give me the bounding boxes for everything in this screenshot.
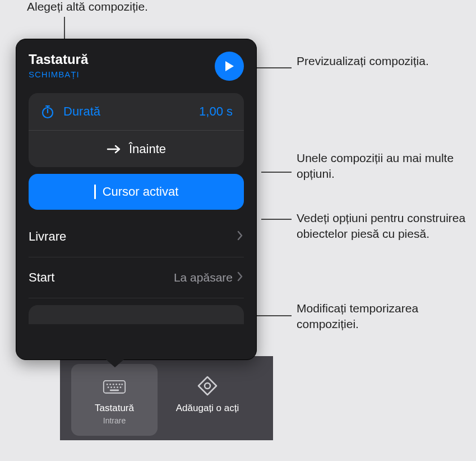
- callout-more-options: Unele compoziții au mai multe opțiuni.: [297, 150, 476, 182]
- callout-text: Modificați temporizarea compoziției.: [297, 302, 418, 330]
- svg-point-1: [107, 384, 108, 385]
- title-block: Tastatură SCHIMBAȚI: [29, 52, 88, 79]
- svg-point-6: [121, 384, 123, 385]
- preview-play-button[interactable]: [215, 52, 244, 81]
- svg-point-7: [108, 386, 109, 388]
- svg-point-13: [205, 383, 210, 389]
- play-icon: [224, 60, 235, 72]
- tray-item-subtitle: [206, 416, 209, 425]
- add-action-icon: [196, 375, 219, 397]
- composition-block: Durată 1,00 s Înainte: [29, 93, 244, 167]
- tray-item-title: Adăugați o acți: [176, 403, 239, 414]
- svg-point-3: [113, 384, 114, 385]
- svg-point-4: [115, 384, 117, 385]
- tray-item-add-action[interactable]: Adăugați o acți: [164, 364, 251, 436]
- svg-point-10: [117, 386, 118, 388]
- duration-label: Durată: [63, 104, 100, 119]
- tray-item-subtitle: Intrare: [103, 416, 126, 425]
- duration-value: 1,00 s: [199, 104, 233, 119]
- callout-text: Alegeți altă compoziție.: [27, 0, 148, 13]
- svg-rect-12: [110, 389, 119, 391]
- svg-point-2: [109, 384, 111, 385]
- direction-row[interactable]: Înainte: [29, 130, 244, 167]
- add-action-row-peek[interactable]: [29, 305, 244, 324]
- callout-line: [261, 219, 292, 220]
- chevron-right-icon: [237, 270, 243, 285]
- build-options-popover: Tastatură SCHIMBAȚI Durată 1,00 s: [16, 39, 257, 360]
- chevron-right-icon: [237, 229, 243, 244]
- timer-icon: [40, 104, 56, 119]
- tray-item-tastatura[interactable]: Tastatură Intrare: [71, 364, 158, 436]
- divider: [29, 298, 244, 298]
- change-button[interactable]: SCHIMBAȚI: [29, 70, 88, 79]
- callout-choose-other: Alegeți altă compoziție.: [27, 0, 148, 15]
- cursor-toggle-button[interactable]: Cursor activat: [29, 174, 244, 210]
- callout-change-timing: Modificați temporizarea compoziției.: [297, 301, 476, 333]
- direction-label: Înainte: [129, 142, 166, 156]
- callout-text: Unele compoziții au mai multe opțiuni.: [297, 151, 454, 180]
- callout-build-options: Vedeți opțiuni pentru construirea obiect…: [297, 210, 476, 242]
- svg-point-9: [114, 386, 115, 388]
- cursor-icon: [94, 185, 96, 199]
- popover-title: Tastatură: [29, 52, 88, 67]
- cursor-label: Cursor activat: [103, 185, 179, 199]
- callout-text: Vedeți opțiuni pentru construirea obiect…: [297, 211, 465, 240]
- popover-header: Tastatură SCHIMBAȚI: [29, 52, 244, 81]
- delivery-label: Livrare: [29, 229, 66, 244]
- start-row[interactable]: Start La apăsare: [29, 257, 244, 298]
- delivery-row[interactable]: Livrare: [29, 216, 244, 257]
- callout-line: [261, 172, 292, 173]
- svg-point-5: [119, 384, 121, 385]
- svg-point-11: [120, 386, 122, 388]
- keyboard-icon: [103, 375, 126, 397]
- duration-row[interactable]: Durată 1,00 s: [29, 93, 244, 130]
- callout-text: Previzualizați compoziția.: [297, 54, 429, 67]
- svg-point-8: [110, 386, 112, 388]
- build-tray: Tastatură Intrare Adăugați o acți: [60, 356, 273, 440]
- start-value: La apăsare: [174, 271, 233, 284]
- callout-preview: Previzualizați compoziția.: [297, 53, 429, 69]
- arrow-right-icon: [107, 145, 121, 154]
- start-label: Start: [29, 270, 54, 285]
- tray-item-title: Tastatură: [95, 403, 134, 414]
